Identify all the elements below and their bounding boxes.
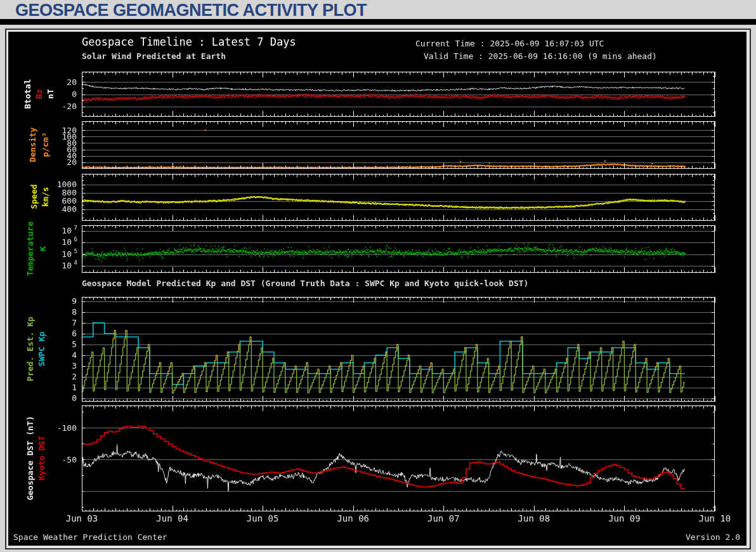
current-time-label: Current Time : 2025-06-09 16:07:03 UTC bbox=[415, 39, 604, 48]
plot-frame: Geospace Timeline : Latest 7 Days Curren… bbox=[5, 29, 751, 549]
header-divider-bar bbox=[0, 19, 756, 25]
kp-dst-subtitle: Geospace Model Predicted Kp and DST (Gro… bbox=[82, 279, 528, 288]
ylabel-pred-kp: Pred. Est. Kp bbox=[25, 317, 35, 381]
footer-source: Space Weather Prediction Center bbox=[13, 532, 167, 542]
solar-wind-subtitle: Solar Wind Predicted at Earth bbox=[82, 51, 226, 61]
ylabel-temperature: Temperature bbox=[25, 221, 35, 276]
ylabel-kyoto-dst: Kyoto DST bbox=[37, 436, 46, 480]
plot-surface: Geospace Timeline : Latest 7 Days Curren… bbox=[8, 32, 746, 546]
ylabel-density-unit: p/cm³ bbox=[41, 132, 50, 157]
ylabel-density: Density bbox=[28, 128, 37, 162]
chart-title: Geospace Timeline : Latest 7 Days bbox=[82, 36, 296, 48]
ylabel-nt: nT bbox=[46, 89, 55, 99]
ylabel-btotal: Btotal bbox=[23, 79, 32, 109]
chart-canvas bbox=[8, 32, 746, 546]
valid-time-label: Valid Time : 2025-06-09 16:16:00 (9 mins… bbox=[424, 51, 657, 61]
ylabel-speed: Speed bbox=[29, 184, 39, 209]
page: GEOSPACE GEOMAGNETIC ACTIVITY PLOT Geosp… bbox=[0, 0, 756, 552]
ylabel-swpc-kp: SWPC Kp bbox=[37, 332, 46, 367]
ylabel-speed-unit: km/s bbox=[41, 187, 50, 206]
ylabel-bz: Bz bbox=[34, 89, 44, 99]
footer-version: Version 2.0 bbox=[686, 532, 740, 542]
ylabel-geospace-dst: Geospace DST (nT) bbox=[25, 416, 35, 500]
ylabel-temperature-unit: K bbox=[38, 246, 48, 251]
page-title: GEOSPACE GEOMAGNETIC ACTIVITY PLOT bbox=[15, 0, 367, 19]
